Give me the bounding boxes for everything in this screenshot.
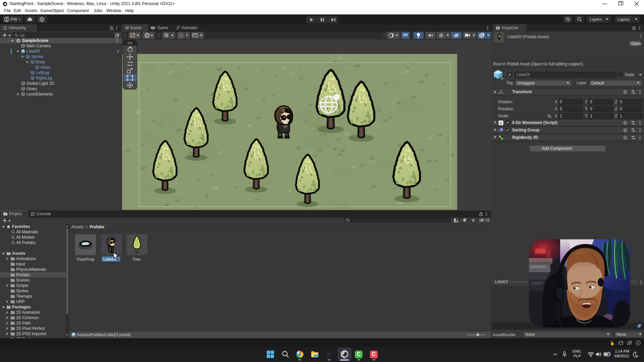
- svg-text:?: ?: [625, 136, 627, 139]
- svg-text:5: 5: [181, 35, 183, 38]
- svg-text:PW: PW: [11, 17, 17, 22]
- svg-text:#: #: [499, 121, 502, 125]
- svg-text:?: ?: [625, 129, 627, 132]
- svg-text:?: ?: [625, 90, 627, 94]
- svg-text:Y: Y: [167, 35, 168, 38]
- svg-text:?: ?: [625, 121, 627, 125]
